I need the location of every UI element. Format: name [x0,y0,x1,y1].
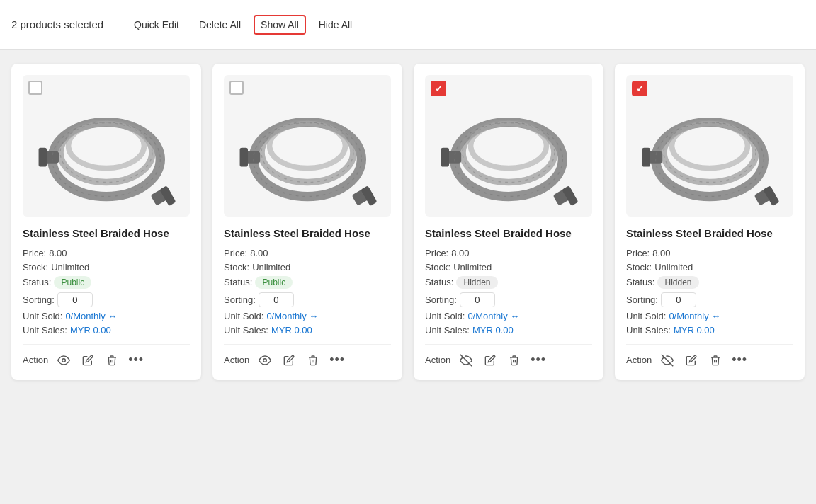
action-row: Action ••• [23,344,190,369]
edit-icon[interactable] [280,352,298,369]
product-status: Status: Public [224,276,391,289]
action-row: Action ••• [224,344,391,369]
status-badge: Hidden [657,276,698,289]
product-stock: Stock: Unlimited [23,262,190,273]
products-grid: Stainless Steel Braided Hose Price: 8.00… [11,64,805,380]
svg-rect-34 [642,148,650,167]
delete-icon[interactable] [506,352,523,369]
unit-sold-link[interactable]: 0/Monthly ↔ [669,311,720,321]
edit-icon[interactable] [683,352,700,369]
action-row: Action ••• [626,344,793,369]
svg-rect-4 [39,148,47,167]
status-badge: Public [255,276,293,289]
product-sorting: Sorting: [23,292,190,307]
unit-sales-value: MYR 0.00 [472,325,514,336]
checkbox-wrap[interactable] [632,81,647,96]
action-label: Action [626,355,652,365]
product-image [224,75,391,217]
product-sorting: Sorting: [224,292,391,307]
visibility-icon[interactable] [458,352,475,369]
product-stock: Stock: Unlimited [224,262,391,273]
unit-sold-link[interactable]: 0/Monthly ↔ [468,311,519,321]
status-badge: Hidden [456,276,497,289]
product-unit-sold: Unit Sold: 0/Monthly ↔ [23,311,190,321]
sorting-input[interactable] [661,292,696,307]
unit-sold-link[interactable]: 0/Monthly ↔ [65,311,117,321]
main-content: Stainless Steel Braided Hose Price: 8.00… [0,50,816,394]
svg-point-9 [62,358,66,362]
product-sorting: Sorting: [626,292,793,307]
svg-rect-24 [441,148,449,167]
visibility-icon[interactable] [659,352,676,369]
product-unit-sales: Unit Sales: MYR 0.00 [224,325,391,336]
unit-sales-value: MYR 0.00 [674,325,715,336]
more-icon[interactable]: ••• [530,352,547,369]
sorting-input[interactable] [259,292,294,307]
product-title: Stainless Steel Braided Hose [224,227,391,241]
status-badge: Public [54,276,91,289]
edit-icon[interactable] [482,352,499,369]
unit-sales-value: MYR 0.00 [271,325,312,336]
svg-point-19 [264,358,267,362]
sorting-input[interactable] [460,292,495,307]
more-icon[interactable]: ••• [128,352,144,369]
product-image [23,75,190,217]
svg-point-12 [270,124,346,168]
product-unit-sales: Unit Sales: MYR 0.00 [425,325,592,336]
product-unit-sold: Unit Sold: 0/Monthly ↔ [626,311,793,321]
svg-rect-14 [240,148,248,167]
product-unit-sales: Unit Sales: MYR 0.00 [23,325,190,336]
product-status: Status: Public [23,276,190,289]
product-price: Price: 8.00 [23,248,190,258]
more-icon[interactable]: ••• [731,352,748,369]
product-checkbox[interactable] [632,81,647,96]
product-card: Stainless Steel Braided Hose Price: 8.00… [212,64,402,380]
product-stock: Stock: Unlimited [425,262,592,273]
svg-point-22 [471,124,547,168]
action-label: Action [425,355,450,365]
sorting-input[interactable] [57,292,93,307]
unit-sales-value: MYR 0.00 [70,325,111,336]
action-label: Action [224,355,249,365]
product-status: Status: Hidden [425,276,592,289]
product-price: Price: 8.00 [224,248,391,258]
delete-icon[interactable] [305,352,322,369]
hide-all-button[interactable]: Hide All [312,15,359,35]
product-checkbox[interactable] [431,81,446,96]
product-unit-sold: Unit Sold: 0/Monthly ↔ [224,311,391,321]
product-price: Price: 8.00 [425,248,592,258]
product-card: Stainless Steel Braided Hose Price: 8.00… [414,64,604,380]
svg-point-32 [672,124,748,168]
delete-icon[interactable] [707,352,724,369]
svg-point-2 [69,124,144,168]
product-card: Stainless Steel Braided Hose Price: 8.00… [615,64,805,380]
product-image [626,75,793,217]
action-label: Action [23,355,48,365]
checkbox-wrap[interactable] [28,81,44,96]
visibility-icon[interactable] [256,352,273,369]
top-bar: 2 products selected Quick Edit Delete Al… [0,0,816,50]
checkbox-wrap[interactable] [230,81,245,96]
product-price: Price: 8.00 [626,248,793,258]
checkbox-wrap[interactable] [431,81,446,96]
action-row: Action ••• [425,344,592,369]
product-unit-sold: Unit Sold: 0/Monthly ↔ [425,311,592,321]
product-sorting: Sorting: [425,292,592,307]
show-all-button[interactable]: Show All [254,15,306,35]
selected-count: 2 products selected [11,18,103,30]
delete-icon[interactable] [103,352,120,369]
product-title: Stainless Steel Braided Hose [425,227,592,241]
delete-all-button[interactable]: Delete All [192,15,248,35]
product-status: Status: Hidden [626,276,793,289]
product-card: Stainless Steel Braided Hose Price: 8.00… [11,64,201,380]
product-checkbox[interactable] [230,81,244,95]
product-title: Stainless Steel Braided Hose [626,227,793,241]
product-image [425,75,592,217]
quick-edit-button[interactable]: Quick Edit [127,15,186,35]
visibility-icon[interactable] [55,352,72,369]
divider [118,16,118,33]
more-icon[interactable]: ••• [329,352,346,369]
edit-icon[interactable] [79,352,96,369]
unit-sold-link[interactable]: 0/Monthly ↔ [266,311,318,321]
product-checkbox[interactable] [28,81,42,95]
